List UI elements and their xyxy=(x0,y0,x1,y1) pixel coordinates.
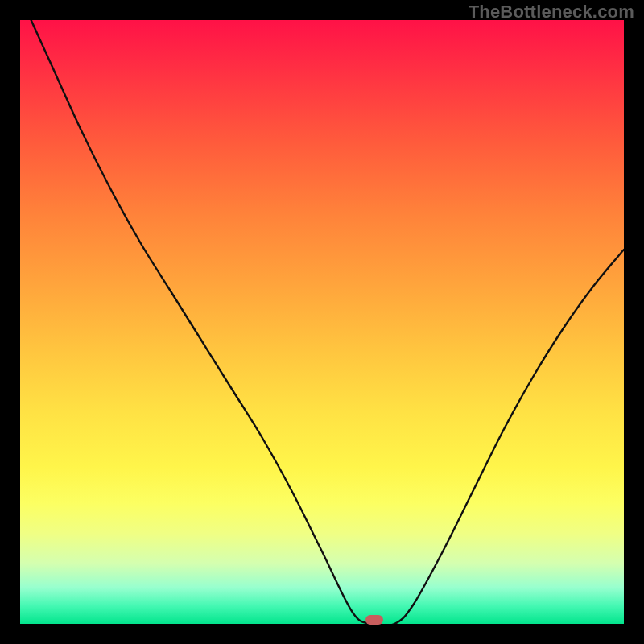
bottleneck-curve xyxy=(20,20,624,624)
curve-path xyxy=(20,20,624,624)
chart-frame: TheBottleneck.com xyxy=(0,0,644,644)
plot-area xyxy=(20,20,624,624)
optimal-point-marker xyxy=(365,615,383,625)
watermark-text: TheBottleneck.com xyxy=(469,2,634,23)
